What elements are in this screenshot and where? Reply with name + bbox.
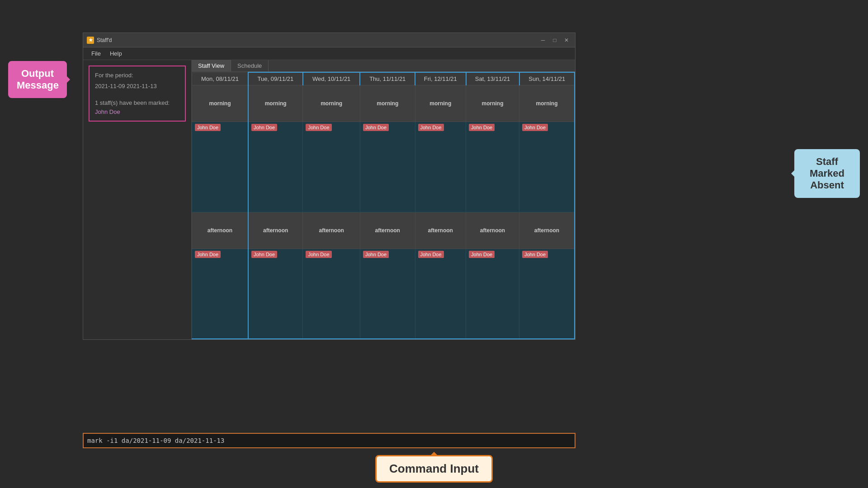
- afternoon-label-5: afternoon: [466, 212, 519, 249]
- output-message-box: For the period: 2021-11-09 2021-11-13 1 …: [89, 66, 186, 122]
- morning-cell-3: John Doe: [360, 122, 415, 212]
- day-header-1: Tue, 09/11/21: [248, 72, 303, 85]
- calendar-grid: Mon, 08/11/21 Tue, 09/11/21 Wed, 10/11/2…: [192, 72, 575, 339]
- morning-cell-6: John Doe: [519, 122, 575, 212]
- morning-cell-2: John Doe: [303, 122, 360, 212]
- annotation-command-input: Command Input: [375, 455, 493, 483]
- period-dates: 2021-11-09 2021-11-13: [95, 82, 179, 91]
- staff-chip: John Doe: [251, 124, 277, 131]
- staff-chip: John Doe: [522, 251, 548, 258]
- minimize-button[interactable]: ─: [538, 35, 548, 45]
- tab-schedule[interactable]: Schedule: [231, 60, 269, 71]
- staff-chip: John Doe: [418, 124, 444, 131]
- maximize-button[interactable]: □: [550, 35, 560, 45]
- menubar: File Help: [83, 47, 575, 60]
- window-title: Staff'd: [97, 37, 538, 43]
- day-header-4: Fri, 12/11/21: [415, 72, 466, 85]
- afternoon-label-1: afternoon: [248, 212, 303, 249]
- marked-message: 1 staff(s) have been marked:: [95, 99, 179, 108]
- tab-staff-view[interactable]: Staff View: [192, 60, 231, 71]
- morning-label-5: morning: [466, 85, 519, 122]
- afternoon-staff-row: John Doe John Doe John Doe John Doe: [192, 249, 575, 339]
- staff-chip: John Doe: [363, 251, 389, 258]
- afternoon-cell-2: John Doe: [303, 249, 360, 339]
- calendar-area: Staff View Schedule Mon, 08/11/21: [192, 60, 575, 339]
- morning-label-0: morning: [192, 85, 248, 122]
- afternoon-section-header: afternoon afternoon afternoon afternoon: [192, 212, 575, 249]
- window-controls: ─ □ ✕: [538, 35, 571, 45]
- command-input[interactable]: [87, 437, 571, 444]
- morning-cell-5: John Doe: [466, 122, 519, 212]
- morning-label-1: morning: [248, 85, 303, 122]
- main-window: ★ Staff'd ─ □ ✕ File Help For the period…: [83, 33, 576, 340]
- staff-chip: John Doe: [251, 251, 277, 258]
- staff-chip: John Doe: [195, 124, 221, 131]
- morning-cell-1: John Doe: [248, 122, 303, 212]
- screen: ★ Staff'd ─ □ ✕ File Help For the period…: [0, 0, 868, 488]
- day-header-2: Wed, 10/11/21: [303, 72, 360, 85]
- staff-chip: John Doe: [195, 251, 221, 258]
- staff-chip: John Doe: [363, 124, 389, 131]
- left-panel: For the period: 2021-11-09 2021-11-13 1 …: [83, 60, 192, 339]
- staff-chip: John Doe: [469, 124, 495, 131]
- staff-chip: John Doe: [522, 124, 548, 131]
- morning-label-2: morning: [303, 85, 360, 122]
- afternoon-cell-1: John Doe: [248, 249, 303, 339]
- titlebar: ★ Staff'd ─ □ ✕: [83, 33, 575, 47]
- morning-staff-row: John Doe John Doe John Doe John Doe: [192, 122, 575, 212]
- day-header-5: Sat, 13/11/21: [466, 72, 519, 85]
- morning-label-3: morning: [360, 85, 415, 122]
- staff-chip: John Doe: [469, 251, 495, 258]
- content-area: For the period: 2021-11-09 2021-11-13 1 …: [83, 60, 575, 339]
- annotation-output-message: Output Message: [8, 61, 67, 98]
- afternoon-cell-5: John Doe: [466, 249, 519, 339]
- day-header-0: Mon, 08/11/21: [192, 72, 248, 85]
- tabs-bar: Staff View Schedule: [192, 60, 575, 72]
- afternoon-label-4: afternoon: [415, 212, 466, 249]
- day-header-3: Thu, 11/11/21: [360, 72, 415, 85]
- afternoon-label-0: afternoon: [192, 212, 248, 249]
- afternoon-label-2: afternoon: [303, 212, 360, 249]
- morning-section-header: morning morning morning morning: [192, 85, 575, 122]
- menu-help[interactable]: Help: [105, 48, 127, 59]
- app-icon: ★: [87, 37, 94, 44]
- morning-cell-4: John Doe: [415, 122, 466, 212]
- afternoon-cell-0: John Doe: [192, 249, 248, 339]
- morning-label-4: morning: [415, 85, 466, 122]
- day-header-6: Sun, 14/11/21: [519, 72, 575, 85]
- period-label: For the period:: [95, 71, 179, 80]
- afternoon-cell-6: John Doe: [519, 249, 575, 339]
- menu-file[interactable]: File: [87, 48, 105, 59]
- staff-chip: John Doe: [418, 251, 444, 258]
- afternoon-label-6: afternoon: [519, 212, 575, 249]
- command-bar[interactable]: [83, 433, 576, 448]
- morning-label-6: morning: [519, 85, 575, 122]
- morning-cell-0: John Doe: [192, 122, 248, 212]
- afternoon-cell-3: John Doe: [360, 249, 415, 339]
- close-button[interactable]: ✕: [561, 35, 571, 45]
- afternoon-cell-4: John Doe: [415, 249, 466, 339]
- afternoon-label-3: afternoon: [360, 212, 415, 249]
- schedule-table: Mon, 08/11/21 Tue, 09/11/21 Wed, 10/11/2…: [192, 72, 575, 339]
- annotation-staff-marked: Staff Marked Absent: [794, 149, 860, 198]
- marked-staff-name: John Doe: [95, 108, 179, 117]
- day-header-row: Mon, 08/11/21 Tue, 09/11/21 Wed, 10/11/2…: [192, 72, 575, 85]
- staff-chip: John Doe: [306, 251, 331, 258]
- staff-chip: John Doe: [306, 124, 331, 131]
